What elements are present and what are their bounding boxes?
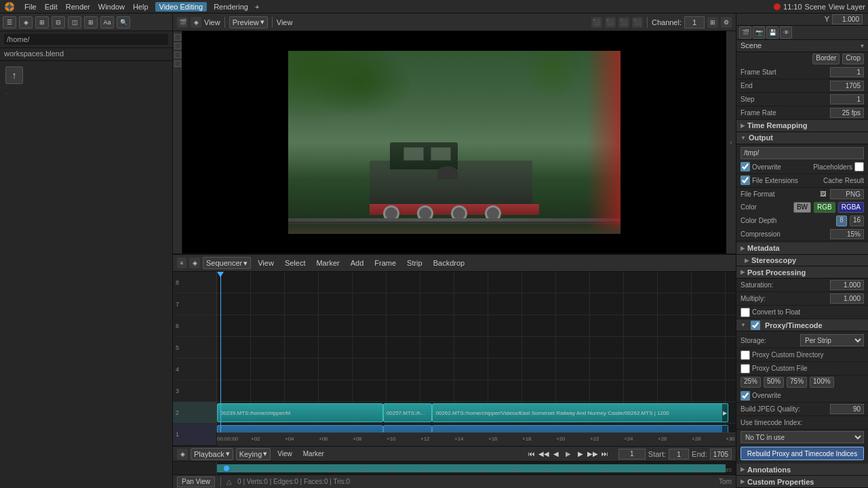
menu-render[interactable]: Render <box>62 0 94 14</box>
rp-icon-view[interactable]: 👁 <box>780 26 792 39</box>
post-processing-header[interactable]: ▶ Post Processing <box>736 266 868 279</box>
keying-dropdown[interactable]: Keying ▾ <box>236 448 271 460</box>
up-directory-btn[interactable]: ↑ <box>5 66 23 84</box>
current-frame-input[interactable] <box>618 449 646 460</box>
next-keyframe-btn[interactable]: ▶▶ <box>587 449 598 460</box>
stereoscopy-header[interactable]: ▶ Stereoscopy <box>736 255 868 267</box>
seq-add-menu[interactable]: Add <box>347 254 368 272</box>
clip-2c[interactable]: 00262.001:/home/chipper/Videos/East Some… <box>432 425 728 432</box>
convert-float-checkbox[interactable] <box>741 308 750 317</box>
next-frame-btn[interactable]: ▶ <box>575 449 586 460</box>
workspace-badge[interactable]: Video Editing <box>155 2 208 12</box>
vst-icon1[interactable] <box>174 34 181 41</box>
seq-mode-icon[interactable]: ◈ <box>177 449 188 460</box>
seq-select-menu[interactable]: Select <box>281 254 310 272</box>
storage-dropdown[interactable]: Per Strip Project <box>800 334 864 346</box>
add-workspace-btn[interactable]: + <box>252 3 262 11</box>
preview-dropdown[interactable]: Preview ▾ <box>229 16 268 28</box>
tb-view-btn[interactable]: ☰ <box>3 16 16 28</box>
rp-icon-render[interactable]: 📷 <box>753 26 765 39</box>
color-rgba-btn[interactable]: RGBA <box>838 202 864 213</box>
pct-50-btn[interactable]: 50% <box>764 377 784 388</box>
seq-frame-menu[interactable]: Frame <box>370 254 400 272</box>
menu-file[interactable]: File <box>20 0 41 14</box>
color-bw-btn[interactable]: BW <box>793 202 811 213</box>
timecode-dropdown[interactable]: No TC in use Record Run Free Run <box>741 431 864 443</box>
proxy-icon2[interactable]: ⬛ <box>605 17 616 28</box>
workspace-rendering[interactable]: Rendering <box>210 0 252 14</box>
depth-8-btn[interactable]: 8 <box>836 216 847 226</box>
clip-1a[interactable]: 00239.MTS:/home/chipper/M <box>217 403 383 422</box>
tb-icon4[interactable]: ◫ <box>68 16 81 28</box>
jump-start-btn[interactable]: ⏮ <box>526 449 537 460</box>
overwrite2-checkbox[interactable] <box>741 391 750 401</box>
proxy-timecode-header[interactable]: ▼ Proxy/Timecode <box>736 319 868 331</box>
seq-backdrop-menu[interactable]: Backdrop <box>429 254 469 272</box>
seq-strip-menu[interactable]: Strip <box>403 254 427 272</box>
blend-file-name[interactable]: workspaces.blend <box>4 49 64 58</box>
saturation-value[interactable]: 1.000 <box>830 280 864 290</box>
pct-25-btn[interactable]: 25% <box>741 377 761 388</box>
pct-75-btn[interactable]: 75% <box>787 377 807 388</box>
seq-view-menu[interactable]: View <box>254 254 278 272</box>
vst-icon2[interactable] <box>174 43 181 49</box>
output-section-header[interactable]: ▼ Output <box>736 132 868 144</box>
proxy-custom-file-checkbox[interactable] <box>741 364 750 373</box>
tb-icon2[interactable]: ⊞ <box>35 16 49 28</box>
pan-view-btn[interactable]: Pan View <box>177 476 215 487</box>
custom-props-header[interactable]: ▶ Custom Properties <box>736 476 868 488</box>
menu-edit[interactable]: Edit <box>41 0 62 14</box>
playback-dropdown[interactable]: Playback ▾ <box>191 448 233 460</box>
overwrite-checkbox[interactable] <box>741 162 750 171</box>
menu-window[interactable]: Window <box>94 0 129 14</box>
multiply-value[interactable]: 1.000 <box>830 293 864 304</box>
view-btn-bottom[interactable]: View <box>273 447 296 462</box>
compression-value[interactable]: 15% <box>830 229 864 239</box>
annotations-header[interactable]: ▶ Annotations <box>736 464 868 476</box>
tb-icon6[interactable]: Aa <box>100 16 114 28</box>
seq-editor-type[interactable]: ≡ <box>177 258 186 268</box>
tb-icon3[interactable]: ⊟ <box>52 16 65 28</box>
placeholders-checkbox[interactable] <box>854 162 864 171</box>
proxy-icon3[interactable]: ⬛ <box>618 17 629 28</box>
clip-1b[interactable]: 00257.MTS:/home/chipper/Videos/East S.m <box>383 403 433 422</box>
pct-100-btn[interactable]: 100% <box>810 377 834 388</box>
metadata-header[interactable]: ▶ Metadata <box>736 243 868 255</box>
view-icon[interactable]: ◈ <box>191 17 201 28</box>
y-value[interactable]: 1.000 <box>832 14 863 24</box>
view-menu[interactable]: View <box>204 18 220 26</box>
clip-1c[interactable]: 00262.MTS:/home/chipper/Videos/East Some… <box>432 403 728 422</box>
crop-btn[interactable]: Crop <box>842 54 864 64</box>
tb-icon5[interactable]: ⊞ <box>84 16 98 28</box>
channel-icon[interactable]: ⊞ <box>707 17 718 28</box>
file-ext-checkbox[interactable] <box>741 176 750 185</box>
file-format-value[interactable]: PNG <box>830 189 864 199</box>
proxy-enabled-checkbox[interactable] <box>751 321 760 330</box>
vst-icon3[interactable] <box>174 52 181 58</box>
tb-icon7[interactable]: 🔍 <box>117 16 130 28</box>
border-btn[interactable]: Border <box>812 54 840 64</box>
view-btn[interactable]: View <box>277 18 293 26</box>
time-remapping-header[interactable]: ▶ Time Remapping <box>736 120 868 132</box>
seq-tracks[interactable]: 00239.MTS:/home/chipper/M 00257.MTS:/hom… <box>217 272 736 432</box>
rp-icon-scene[interactable]: 🎬 <box>739 26 751 39</box>
rp-icon-output[interactable]: 💾 <box>766 26 778 39</box>
sidebar-toggle[interactable]: ‹ <box>726 31 736 253</box>
mini-timeline-inner[interactable]: 5 10 15 20 25 30 35 40 45 50 55 60 65 70 <box>217 462 736 474</box>
editor-type-icon[interactable]: 🎬 <box>177 17 188 28</box>
play-btn[interactable]: ▶ <box>563 449 574 460</box>
frame-rate-value[interactable]: 25 fps <box>830 108 864 118</box>
vst-icon4[interactable] <box>174 60 181 67</box>
marker-btn-bottom[interactable]: Marker <box>299 447 328 462</box>
jpeg-quality-value[interactable]: 90 <box>830 404 864 414</box>
prev-frame-btn[interactable]: ◀ <box>551 449 561 460</box>
clip-2a[interactable]: 00239.001:/home/chipper/M <box>217 425 383 432</box>
proxy-icon4[interactable]: ⬛ <box>632 17 643 28</box>
proxy-custom-dir-checkbox[interactable] <box>741 350 750 360</box>
rp-scene-label[interactable]: Scene <box>741 41 762 49</box>
seq-view-icon[interactable]: ◈ <box>189 258 200 268</box>
step-value[interactable]: 1 <box>830 94 864 104</box>
rebuild-proxy-btn[interactable]: Rebuild Proxy and Timecode Indices <box>741 447 864 460</box>
frame-start-value[interactable]: 1 <box>830 67 864 77</box>
menu-help[interactable]: Help <box>129 0 153 14</box>
